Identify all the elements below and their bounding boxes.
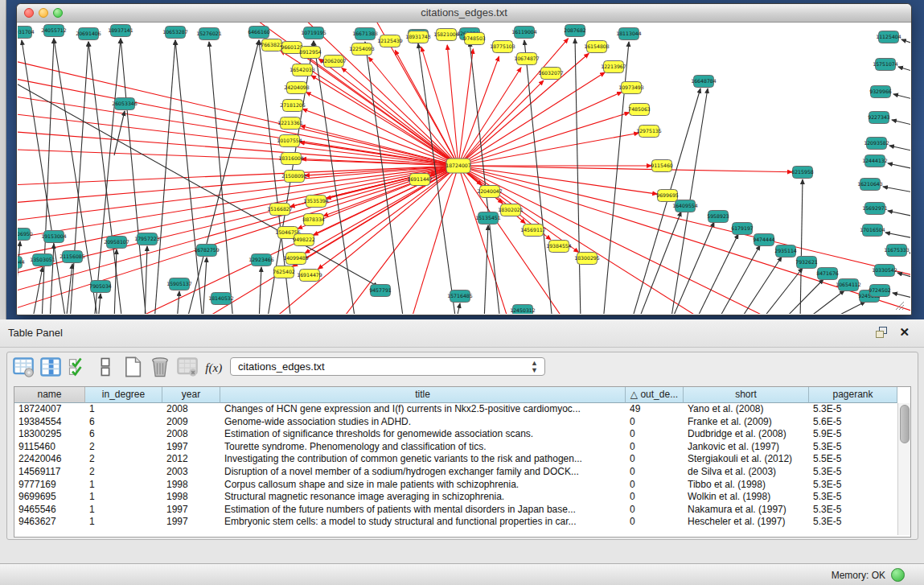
graph-node[interactable]: 10653287: [162, 27, 188, 39]
graph-node[interactable]: 26053346: [112, 98, 138, 110]
graph-node[interactable]: 12125439: [377, 35, 403, 47]
graph-node[interactable]: 17016504: [860, 225, 885, 237]
canvas-resize-grip[interactable]: [902, 308, 904, 310]
graph-node[interactable]: 18775103: [490, 41, 515, 53]
graph-node[interactable]: 22040047: [477, 186, 503, 198]
graph-node[interactable]: 9474444: [753, 234, 775, 246]
graph-node[interactable]: 7905034: [89, 281, 112, 293]
delete-table-icon[interactable]: [176, 356, 199, 378]
select-all-icon[interactable]: [67, 356, 89, 378]
graph-node[interactable]: 15166827: [267, 204, 293, 216]
network-view-window[interactable]: citations_edges.txt 18931704240557122069…: [16, 3, 912, 315]
graph-node[interactable]: 18937141: [108, 25, 133, 37]
column-header-title[interactable]: title: [220, 387, 626, 403]
graph-node[interactable]: 5958923: [707, 211, 729, 223]
network-graph-canvas[interactable]: 1893170424055712206914061893714110653287…: [18, 23, 910, 314]
graph-node[interactable]: 18300295: [574, 253, 600, 265]
graph-node[interactable]: 14569117: [520, 225, 546, 237]
table-row[interactable]: 946362711997Embryonic stem cells: a mode…: [14, 516, 897, 529]
graph-node[interactable]: 18113044: [616, 28, 642, 40]
graph-node[interactable]: 19123044: [18, 257, 25, 269]
table-row[interactable]: 1830029562008Estimation of significance …: [14, 428, 897, 441]
new-table-icon[interactable]: [121, 356, 144, 378]
deselect-icon[interactable]: [94, 356, 117, 378]
graph-node[interactable]: 7932621: [795, 257, 818, 269]
column-header-in_degree[interactable]: in_degree: [85, 387, 162, 403]
graph-node[interactable]: 25206950: [18, 229, 33, 241]
graph-node[interactable]: 16648784: [691, 76, 717, 88]
column-header-name[interactable]: name: [14, 387, 85, 403]
graph-node[interactable]: 6179197: [731, 223, 754, 235]
graph-node[interactable]: 18140532: [208, 293, 234, 305]
graph-node[interactable]: 15692971: [862, 203, 888, 215]
graph-node[interactable]: 9699695: [656, 190, 679, 202]
graph-node[interactable]: 15751074: [873, 59, 898, 71]
float-panel-icon[interactable]: [876, 327, 889, 339]
column-header-year[interactable]: year: [162, 387, 220, 403]
graph-node[interactable]: 27181206: [280, 100, 306, 112]
table-row[interactable]: 1872400712008Changes of HCN gene express…: [14, 403, 897, 416]
graph-node[interactable]: 21156085: [60, 251, 85, 263]
graph-node[interactable]: 9227343: [868, 112, 890, 124]
graph-node[interactable]: 6466160: [248, 27, 270, 39]
table-row[interactable]: 977716911998Corpus callosum shape and si…: [14, 479, 897, 492]
graph-node[interactable]: 12450312: [510, 305, 536, 315]
graph-node[interactable]: 19153004: [41, 231, 67, 243]
graph-node[interactable]: 15716485: [447, 290, 473, 303]
column-header-short[interactable]: short: [684, 387, 809, 403]
graph-node[interactable]: 10107554: [277, 135, 302, 147]
column-header-out_de[interactable]: △ out_de...: [626, 387, 684, 403]
graph-node[interactable]: 18931704: [18, 27, 35, 39]
graph-node[interactable]: 9457791: [369, 285, 392, 297]
graph-node[interactable]: 9748503: [463, 33, 486, 45]
scrollbar-thumb[interactable]: [900, 405, 910, 443]
graph-node[interactable]: 24204098: [284, 82, 310, 94]
graph-node[interactable]: 20958107: [104, 237, 129, 249]
graph-node[interactable]: 7485063: [628, 104, 651, 116]
table-row[interactable]: 911546021997Tourette syndrome. Phenomeno…: [14, 441, 897, 454]
graph-node[interactable]: 2935114: [774, 245, 797, 257]
graph-node[interactable]: 10674877: [514, 53, 540, 65]
graph-node[interactable]: 15821004: [433, 29, 459, 41]
graph-node[interactable]: 8912954: [299, 47, 322, 59]
graph-node[interactable]: 16119004: [511, 27, 537, 39]
graph-node[interactable]: 10330542: [872, 265, 897, 277]
graph-node[interactable]: 10654112: [836, 279, 861, 291]
table-row[interactable]: 969969511998Structural magnetic resonanc…: [14, 491, 897, 504]
graph-node[interactable]: 18931743: [405, 31, 431, 43]
graph-node[interactable]: 18316004: [278, 153, 304, 165]
graph-node[interactable]: 16911447: [407, 174, 433, 186]
graph-node[interactable]: 15135451: [475, 212, 501, 225]
graph-node[interactable]: 12444132: [862, 155, 888, 167]
graph-node[interactable]: 16210643: [857, 179, 883, 191]
graph-node[interactable]: 15276021: [196, 28, 222, 40]
graph-node[interactable]: 16782759: [194, 245, 220, 257]
graph-node[interactable]: 15905137: [166, 278, 192, 290]
graph-node[interactable]: 9498222: [293, 234, 315, 246]
graph-node[interactable]: 9724502: [869, 285, 891, 297]
graph-node[interactable]: 16542033: [290, 64, 315, 76]
close-icon[interactable]: ✕: [899, 325, 910, 340]
delete-rows-icon[interactable]: [149, 356, 171, 378]
graph-node[interactable]: 16409554: [672, 200, 698, 212]
graph-node[interactable]: 8878334: [302, 214, 325, 226]
graph-node[interactable]: 2087682: [564, 25, 586, 37]
graph-node[interactable]: 22062007: [321, 56, 347, 68]
graph-node[interactable]: 12923466: [248, 254, 274, 266]
graph-node[interactable]: 11125404: [876, 31, 901, 43]
graph-node[interactable]: 20691406: [76, 28, 101, 40]
graph-node[interactable]: 13535394: [303, 196, 329, 208]
graph-node[interactable]: 9329966: [869, 86, 892, 98]
graph-node[interactable]: 18302021: [498, 204, 524, 216]
graph-node[interactable]: 16914479: [297, 270, 322, 282]
function-builder-icon[interactable]: f(x): [203, 356, 226, 378]
vertical-scrollbar[interactable]: [897, 403, 910, 535]
graph-node[interactable]: 12254093: [349, 43, 375, 56]
table-source-dropdown[interactable]: citations_edges.txt ▲▼: [230, 357, 545, 376]
graph-node[interactable]: 19384554: [546, 241, 572, 253]
table-row[interactable]: 1456911722003Disruption of a novel membe…: [14, 466, 897, 479]
graph-node[interactable]: 16032077: [538, 68, 564, 80]
graph-node[interactable]: 12213967: [601, 61, 626, 73]
graph-node[interactable]: 10719195: [301, 27, 326, 39]
graph-hub-node[interactable]: 18724007: [446, 159, 471, 173]
